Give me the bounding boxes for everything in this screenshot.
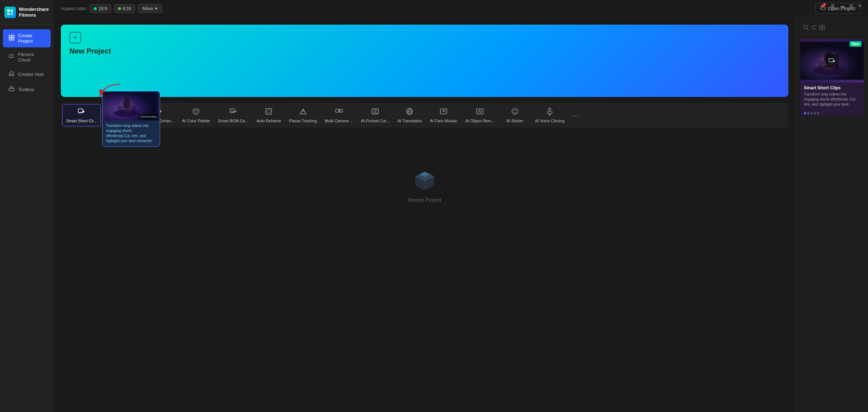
- feature-ai-sticker[interactable]: AI Sticker: [499, 105, 531, 126]
- sidebar-nav: Create Project Filmora Cloud Creator Hub: [0, 29, 54, 97]
- feature-ai-voice-cloning[interactable]: AI Voice Cloning: [532, 105, 568, 126]
- svg-rect-4: [9, 35, 11, 37]
- new-project-label: New Project: [70, 47, 111, 55]
- sidebar: Wondershare Filmora Create Project Fi: [0, 0, 54, 412]
- sidebar-item-creator-hub[interactable]: Creator Hub: [3, 67, 51, 81]
- ratio-dot-16: [94, 7, 97, 10]
- card-thumbnail: New: [800, 39, 864, 82]
- more-aspect-button[interactable]: More ▾: [138, 4, 162, 13]
- feature-ai-portrait-cut[interactable]: AI Portrait Cut...: [357, 105, 393, 126]
- sidebar-item-create-project[interactable]: Create Project: [3, 29, 51, 47]
- svg-rect-17: [230, 109, 235, 112]
- aspect-16-9-button[interactable]: 16:9: [90, 4, 111, 13]
- right-panel: New Smart Short Clips Transform long vid…: [796, 17, 868, 412]
- svg-rect-8: [9, 88, 14, 91]
- app-logo: Wondershare Filmora: [0, 0, 54, 25]
- svg-point-41: [513, 110, 514, 111]
- feature-label: AI Translation: [398, 119, 422, 123]
- grid-icon[interactable]: ⊞: [849, 3, 854, 9]
- svg-rect-36: [444, 111, 445, 112]
- feature-label: Smart BGM Ge...: [218, 119, 248, 123]
- new-badge: New: [850, 41, 861, 47]
- svg-rect-7: [12, 38, 14, 40]
- dot-2[interactable]: [807, 112, 809, 114]
- dot-1[interactable]: [804, 112, 806, 114]
- system-tray: 📌 🖥 ☁ ⊞ ✕: [820, 3, 862, 9]
- dot-5[interactable]: [817, 112, 819, 114]
- sidebar-item-filmora-cloud[interactable]: Filmora Cloud: [3, 48, 51, 66]
- more-features-button[interactable]: ⋯: [569, 109, 582, 122]
- center-panel: + New Project Smart Short Cli...: [54, 17, 796, 412]
- feature-ai-face-mosaic[interactable]: AI Face Mosaic: [426, 105, 461, 126]
- aspect-ratio-label: Aspect ratio:: [61, 6, 87, 11]
- feature-label: Auto Reframe: [256, 119, 281, 123]
- feature-smart-bgm-gen[interactable]: Smart BGM Ge...: [214, 105, 252, 126]
- sidebar-item-toolbox[interactable]: Toolbox: [3, 82, 51, 97]
- tooltip-text: Transform long videos into engaging shor…: [102, 120, 160, 146]
- feature-ai-object-remove[interactable]: AI Object Rem...: [462, 105, 498, 126]
- sidebar-item-label: Filmora Cloud: [18, 52, 45, 63]
- svg-point-62: [123, 98, 130, 108]
- card-description: Transform long videos into engaging shor…: [804, 92, 860, 107]
- card-pagination-dots: [800, 110, 864, 116]
- refresh-icon[interactable]: [811, 25, 817, 32]
- grid-view-icon[interactable]: [819, 25, 825, 32]
- svg-rect-3: [11, 13, 13, 15]
- svg-line-39: [479, 110, 481, 112]
- monitor-icon[interactable]: 🖥: [830, 3, 835, 9]
- feature-planar-tracking[interactable]: Planar Tracking: [285, 105, 320, 126]
- empty-state-icon: [410, 164, 439, 193]
- more-label: More: [143, 6, 154, 11]
- close-tray-icon[interactable]: ✕: [858, 3, 862, 9]
- feature-ai-translation[interactable]: AI Translation: [394, 105, 425, 126]
- svg-point-40: [512, 109, 518, 114]
- new-project-plus-icon: +: [70, 32, 81, 43]
- commentary-overlay: Commentary: [139, 114, 158, 119]
- ai-color-palette-icon: [192, 107, 200, 117]
- feature-label: Planar Tracking: [289, 119, 316, 123]
- svg-rect-6: [9, 38, 11, 40]
- create-project-icon: [9, 35, 14, 42]
- card-icon-overlay: [826, 54, 839, 67]
- pin-icon[interactable]: 📌: [820, 3, 826, 9]
- svg-rect-5: [12, 35, 14, 37]
- auto-reframe-icon: [265, 107, 273, 117]
- cloud-tray-icon[interactable]: ☁: [840, 3, 845, 9]
- svg-point-42: [515, 110, 516, 111]
- feature-ai-color-palette[interactable]: AI Color Palette: [179, 105, 214, 126]
- feature-label: AI Sticker: [506, 119, 523, 123]
- feature-label: AI Face Mosaic: [430, 119, 457, 123]
- dot-4[interactable]: [814, 112, 816, 114]
- logo-icon: [4, 7, 16, 18]
- svg-rect-21: [335, 109, 339, 112]
- featured-card[interactable]: New Smart Short Clips Transform long vid…: [800, 39, 864, 116]
- ai-portrait-cut-icon: [371, 107, 379, 117]
- svg-rect-19: [267, 110, 270, 113]
- sidebar-item-label: Toolbox: [18, 87, 34, 92]
- feature-label: AI Portrait Cut...: [361, 119, 389, 123]
- svg-rect-1: [11, 9, 13, 12]
- svg-rect-49: [822, 25, 825, 27]
- aspect-9-16-button[interactable]: 9:16: [114, 4, 135, 13]
- smart-short-clips-icon: [77, 107, 85, 117]
- feature-multi-camera[interactable]: Multi-Camera ...: [321, 105, 357, 126]
- dot-3[interactable]: [810, 112, 813, 114]
- svg-rect-2: [7, 13, 10, 15]
- ai-object-remove-icon: [476, 107, 484, 117]
- new-project-banner[interactable]: + New Project: [61, 25, 788, 97]
- svg-rect-34: [442, 111, 443, 112]
- svg-rect-57: [829, 59, 833, 62]
- svg-point-46: [804, 25, 808, 29]
- card-title: Smart Short Clips: [804, 85, 860, 90]
- search-icon[interactable]: [803, 25, 809, 32]
- feature-smart-short-clips[interactable]: Smart Short Cli...: [62, 104, 101, 126]
- feature-label: AI Color Palette: [182, 119, 210, 123]
- new-project-inner: + New Project: [70, 32, 111, 55]
- svg-rect-48: [819, 25, 822, 27]
- feature-auto-reframe[interactable]: Auto Reframe: [253, 105, 285, 126]
- recent-project-label: Recent Project: [408, 197, 441, 203]
- topbar: Aspect ratio: 16:9 9:16 More ▾ Open Proj…: [54, 0, 868, 17]
- app-name: Wondershare Filmora: [19, 7, 49, 18]
- svg-point-16: [196, 112, 197, 113]
- smart-bgm-gen-icon: [229, 107, 237, 117]
